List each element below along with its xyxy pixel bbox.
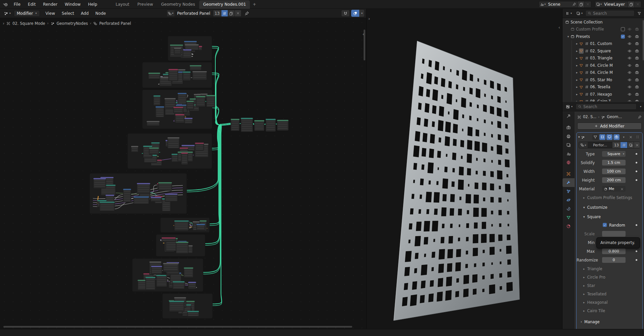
editor-type-button[interactable]: ▾ <box>2 10 12 16</box>
node-group-browse-button[interactable]: ▾ <box>579 142 588 148</box>
random-checkbox[interactable] <box>603 223 607 227</box>
hide-viewport-icon[interactable] <box>627 56 632 60</box>
viewport-right-collapse-arrow[interactable]: ‹ <box>558 25 560 30</box>
workspace-tab[interactable]: Layout <box>112 0 133 9</box>
scene-copy-button[interactable] <box>578 1 584 8</box>
toggle-on-cage[interactable] <box>592 134 598 140</box>
disable-render-icon[interactable] <box>634 35 640 39</box>
unlink-button[interactable] <box>634 142 640 148</box>
input-scale[interactable] <box>602 231 626 237</box>
input-randomize[interactable]: 0 <box>602 257 626 263</box>
input-height[interactable]: 200 cm <box>602 177 626 183</box>
scene-unlink-button[interactable] <box>584 1 591 8</box>
section-hexagonal[interactable]: ▸Hexagonal <box>577 298 642 306</box>
animate-dot[interactable] <box>636 250 637 252</box>
menu-render[interactable]: Render <box>40 1 60 8</box>
outliner-filter-icon[interactable] <box>636 11 643 16</box>
disable-render-icon[interactable] <box>634 92 640 96</box>
outliner-row-object[interactable]: ▸ 01. Custom <box>562 40 644 48</box>
disable-render-icon[interactable] <box>634 63 640 67</box>
section-square[interactable]: ▾Square <box>577 212 642 221</box>
viewlayer-copy-button[interactable] <box>628 1 634 8</box>
outliner-row-object[interactable]: ▸ 07. Hexago <box>562 91 644 98</box>
hide-viewport-icon[interactable] <box>627 99 632 101</box>
fake-user-toggle[interactable] <box>621 142 627 148</box>
collection-checkbox[interactable] <box>620 27 626 31</box>
pin-icon[interactable] <box>243 10 251 16</box>
user-count[interactable]: 13 <box>612 142 621 148</box>
expand-arrow[interactable]: ▸ <box>575 49 579 53</box>
workspace-tab[interactable]: Geometry Nodes.001 <box>199 0 250 9</box>
viewlayer-name-field[interactable]: ViewLayer <box>603 2 628 7</box>
disable-render-icon[interactable] <box>634 85 640 89</box>
outliner-row-collection[interactable]: ▾ Presets <box>562 33 644 40</box>
section-customize[interactable]: ▾Customize <box>577 203 642 211</box>
outliner-search-input[interactable]: Search <box>585 10 635 16</box>
node-menu-node[interactable]: Node <box>92 10 109 17</box>
scene-pin-icon[interactable] <box>571 1 578 8</box>
input-solidify[interactable]: 1.5 cm <box>602 160 626 165</box>
disable-render-icon[interactable] <box>634 78 640 82</box>
section-manage[interactable]: ›Manage <box>577 318 642 326</box>
hide-viewport-icon[interactable] <box>627 85 632 89</box>
hide-viewport-icon[interactable] <box>627 35 632 39</box>
node-canvas[interactable]: › 02. Square Mode › GeometryNodes › Perf… <box>0 18 366 329</box>
properties-tab-physics[interactable] <box>562 196 575 204</box>
input-width[interactable]: 100 cm <box>602 169 626 174</box>
node-graph[interactable] <box>0 18 366 329</box>
disable-render-icon[interactable] <box>634 56 640 60</box>
input-max[interactable]: 0.800 <box>602 248 626 254</box>
properties-pin-icon[interactable] <box>638 114 642 119</box>
expand-arrow[interactable]: ▾ <box>566 35 571 38</box>
hide-viewport-icon[interactable] <box>627 63 632 67</box>
blender-logo-icon[interactable] <box>3 2 8 7</box>
disable-render-icon[interactable] <box>634 27 640 31</box>
outliner-row-object[interactable]: ▸ 03. Triangle <box>562 55 644 62</box>
hide-viewport-icon[interactable] <box>627 27 632 31</box>
disable-render-icon[interactable] <box>634 42 640 46</box>
outliner-row-object[interactable]: ▸ 05. Star Mo <box>562 76 644 84</box>
node-group-name[interactable]: Perfor... <box>588 142 612 148</box>
animate-dot[interactable] <box>636 153 637 155</box>
hide-viewport-icon[interactable] <box>627 78 632 82</box>
disable-render-icon[interactable] <box>634 70 640 75</box>
outliner-row-object[interactable]: ▸ 04. Circle M <box>562 62 644 69</box>
expand-arrow[interactable]: ▸ <box>575 100 579 101</box>
outliner-row-object[interactable]: ▸ 04. Circle M <box>562 69 644 77</box>
outliner-scrollbar[interactable] <box>643 20 644 60</box>
scene-browse-button[interactable]: ▾ <box>539 2 547 7</box>
input-type[interactable]: Square▾ <box>602 151 626 157</box>
hide-viewport-icon[interactable] <box>627 42 632 46</box>
outliner-row-scene-collection[interactable]: Scene Collection <box>562 18 644 26</box>
outliner-display-mode-button[interactable]: ▾ <box>564 10 574 16</box>
properties-options-dropdown[interactable]: ▾ <box>638 104 643 109</box>
section-triangle[interactable]: ▸Triangle <box>577 265 642 273</box>
node-group-unlink-button[interactable] <box>234 10 241 17</box>
overlays-toggle[interactable] <box>351 10 359 17</box>
menu-window[interactable]: Window <box>62 1 84 8</box>
fake-user-toggle[interactable] <box>221 10 228 17</box>
expand-arrow[interactable]: ▸ <box>575 71 579 74</box>
node-group-copy-button[interactable] <box>228 10 234 17</box>
modifier-delete-button[interactable] <box>628 134 634 140</box>
collection-checkbox[interactable] <box>620 35 626 39</box>
section-star[interactable]: ▸Star <box>577 281 642 290</box>
add-modifier-button[interactable]: Add Modifier <box>577 123 642 130</box>
node-menu-select[interactable]: Select <box>59 10 77 17</box>
toggle-render[interactable] <box>613 134 620 140</box>
node-menu-add[interactable]: Add <box>78 10 92 17</box>
properties-tab-material[interactable] <box>562 222 575 231</box>
properties-tab-modifiers[interactable] <box>562 178 575 187</box>
modifier-extras-dropdown[interactable]: ▾ <box>621 134 627 140</box>
outliner-row-object[interactable]: ▸ 06. Tesella <box>562 84 644 91</box>
snap-magnet-toggle[interactable] <box>341 10 350 17</box>
properties-tab-render[interactable] <box>562 123 575 132</box>
section-cairo-tile[interactable]: ▸Cairo Tile <box>577 306 642 315</box>
expand-arrow[interactable]: ▸ <box>575 64 579 67</box>
section-custom-profile-settings[interactable]: ▸Custom Profile Settings <box>577 193 642 202</box>
properties-tab-object[interactable] <box>562 170 575 178</box>
panel-expand-arrow[interactable]: › <box>3 21 4 26</box>
node-tree-mode-dropdown[interactable]: Modifier▾ <box>14 10 40 17</box>
node-group-name-field[interactable]: Perforated Panel <box>174 10 213 16</box>
viewport-3d[interactable]: › ‹ <box>366 9 562 329</box>
